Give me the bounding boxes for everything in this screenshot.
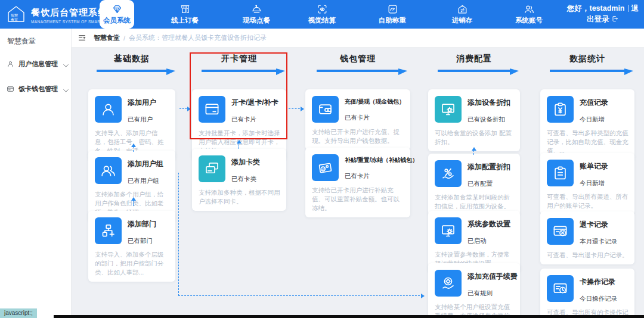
column-header: 基础数据 xyxy=(88,54,175,86)
clipboard-lines-icon xyxy=(547,160,574,186)
card-status: 今日新增 xyxy=(580,116,628,124)
member-icon xyxy=(7,60,14,68)
nav-item-7[interactable]: 系统账号 xyxy=(507,0,550,29)
users-icon xyxy=(95,157,122,184)
card-status: 已启动 xyxy=(467,237,514,245)
card-title: 添加用户 xyxy=(128,98,169,108)
dining-icon xyxy=(251,4,262,15)
module-card[interactable]: 账单记录今日新增可查看、导出所有渠道、所有用户的账单记录。 xyxy=(540,153,634,215)
flow-column-4: 消费配置添加设备折扣已有设备折扣可以给食堂的设备添加 配置折扣。添加配置折扣已有… xyxy=(428,54,520,86)
card-title: 添加用户组 xyxy=(128,159,169,169)
module-card[interactable]: 添加卡类已有卡类支持添加多种类，根据不同用户选择不同卡。 xyxy=(192,149,286,211)
storefront-icon xyxy=(179,4,191,15)
nav-item-3[interactable]: 现场点餐 xyxy=(235,0,278,29)
scale-icon xyxy=(387,4,398,15)
nav-item-5[interactable]: 自助称重 xyxy=(371,0,414,29)
fee-hand-icon xyxy=(435,270,462,297)
column-arrow-underline xyxy=(438,70,510,72)
flow-connector xyxy=(133,200,134,206)
module-card[interactable]: 补补贴/重置/冻结（补贴钱包）已有卡片支持给已开卡用户进行补贴充值、可以重置补贴… xyxy=(305,148,410,217)
nav-item-2[interactable]: 线上订餐 xyxy=(163,0,206,29)
breadcrumb-current: 会员系统：管理就餐人员饭卡充值设备折扣记录 xyxy=(129,33,267,42)
card-title: 添加充值手续费 xyxy=(467,272,514,282)
flow-arrowhead xyxy=(237,140,242,144)
card-x-icon xyxy=(547,218,574,245)
column-title: 钱包管理 xyxy=(305,54,410,64)
clipboard-yen-icon xyxy=(547,96,574,123)
card-status: 已有卡片 xyxy=(345,172,404,180)
sidebar-item-1[interactable]: 用户信息管理 xyxy=(0,56,71,71)
card-status: 已有卡类 xyxy=(231,175,280,183)
module-card[interactable]: 添加充值手续费已有规则支持给某个用户组设置充值手续费，充值途径包含微信充值及现.… xyxy=(428,263,520,318)
collapse-sidebar-icon[interactable] xyxy=(78,33,86,42)
module-card[interactable]: 添加配置折扣已有配置支持添加食堂某时间段的折扣信息，应用范围为设备。 xyxy=(428,154,520,216)
svg-text:食堂: 食堂 xyxy=(11,18,18,21)
bottom-black-bar xyxy=(54,315,644,318)
card-title: 补贴/重置/冻结（补贴钱包） xyxy=(345,156,404,164)
card-status: 今日操作记录 xyxy=(580,295,628,303)
sidebar-item-label: 用户信息管理 xyxy=(18,60,58,68)
card-status: 本月退卡记录 xyxy=(580,238,628,246)
percent-hand-icon xyxy=(435,160,462,187)
column-arrow-underline xyxy=(97,70,167,72)
sidebar-item-2[interactable]: 饭卡钱包管理 xyxy=(0,81,71,96)
card-status: 已有卡片 xyxy=(231,116,280,124)
breadcrumb-bar: 智慧食堂 / 会员系统：管理就餐人员饭卡充值设备折扣记录 xyxy=(72,29,644,48)
nav-item-label: 线上订餐 xyxy=(171,16,199,25)
top-navigation-bar: 智慧食堂 餐饮后台管理系统 MANAGEMENT SYSTEM OF SMART… xyxy=(0,0,644,29)
card-description: 支持给已开卡用户进行充值、提现。支持导出用户钱包数据。 xyxy=(312,127,404,145)
module-card[interactable]: 添加设备折扣已有设备折扣可以给食堂的设备添加 配置折扣。 xyxy=(428,89,520,151)
nav-item-6[interactable]: 进销存 xyxy=(441,0,484,29)
flow-connector xyxy=(178,173,179,296)
card-status: 已有部门 xyxy=(128,237,169,245)
card-title: 添加设备折扣 xyxy=(467,98,514,108)
org-icon xyxy=(95,217,122,244)
card-description: 可以给食堂的设备添加 配置折扣。 xyxy=(435,129,514,146)
nav-item-4[interactable]: 视觉结算 xyxy=(301,0,343,29)
card-title: 开卡/退卡/补卡 xyxy=(231,98,280,108)
column-header: 开卡管理 xyxy=(192,54,286,86)
flow-arrowhead xyxy=(131,197,136,201)
module-card[interactable]: 添加用户已有用户支持导入、添加用户信息，包括工号、密码、姓名、性别、电话。 xyxy=(88,89,175,160)
module-card[interactable]: 退卡记录本月退卡记录可查看、导出退卡用户记录。 xyxy=(540,211,634,264)
flow-connector xyxy=(133,146,134,152)
card-title: 系统参数设置 xyxy=(467,219,514,229)
breadcrumb-separator: / xyxy=(123,35,125,42)
flow-arrowhead xyxy=(421,294,425,298)
card-title: 卡操作记录 xyxy=(580,277,628,287)
open-card-icon xyxy=(199,96,225,123)
card-description: 支持添加食堂某时间段的折扣信息，应用范围为设备。 xyxy=(435,193,514,211)
nav-item-label: 进销存 xyxy=(452,16,473,25)
flow-connector xyxy=(178,295,423,296)
svg-text:补: 补 xyxy=(321,167,326,171)
user-icon xyxy=(95,96,122,123)
flow-column-5: 数据统计充值记录今日新增可查看、导出多种类型的充值记录，比如自助充值、现金充值、… xyxy=(540,54,634,86)
breadcrumb-root[interactable]: 智慧食堂 xyxy=(94,33,120,42)
user-account-area: 您好，testadmin退出登录 xyxy=(565,3,640,24)
card-description: 可查看、导出所有渠道、所有用户的账单记录。 xyxy=(547,192,628,210)
card-status: 已有卡片 xyxy=(345,114,404,122)
module-card[interactable]: 添加部门已有部门支持导入、添加多个层级的部门，把用户按部门分类、比如人事部... xyxy=(88,211,175,282)
sidebar-item-label: 饭卡钱包管理 xyxy=(18,85,58,93)
nav-item-label: 系统账号 xyxy=(515,16,543,25)
card-status: 已有配置 xyxy=(467,180,514,188)
card-status: 已有用户 xyxy=(128,116,169,124)
divider xyxy=(628,5,628,12)
module-card[interactable]: 卡操作记录今日操作记录可查看、导出所有的卡操作记录，包括认证、冻结、挂失、作废等… xyxy=(540,269,634,318)
chevron-down-icon xyxy=(62,61,67,67)
device-gear-icon xyxy=(435,96,462,123)
nav-item-1[interactable]: 会员系统 xyxy=(100,0,134,29)
module-card[interactable]: 充值/提现（现金钱包）已有卡片支持给已开卡用户进行充值、提现。支持导出用户钱包数… xyxy=(305,89,410,150)
module-card[interactable]: 充值记录今日新增可查看、导出多种类型的充值记录，比如自助充值、现金充值、... xyxy=(540,89,634,160)
flow-column-3: 钱包管理充值/提现（现金钱包）已有卡片支持给已开卡用户进行充值、提现。支持导出用… xyxy=(305,54,410,86)
device-gear-icon xyxy=(435,217,462,244)
column-title: 开卡管理 xyxy=(192,54,286,64)
card-description: 可查看、导出多种类型的充值记录，比如自助充值、现金充值、... xyxy=(547,129,628,155)
accounts-icon xyxy=(524,4,535,15)
flow-connector xyxy=(473,150,474,155)
wallet-icon xyxy=(312,96,339,123)
nav-item-label: 视觉结算 xyxy=(308,16,336,25)
flow-connector xyxy=(239,143,239,149)
logout-icon[interactable] xyxy=(611,15,619,23)
card-title: 添加配置折扣 xyxy=(467,162,514,172)
